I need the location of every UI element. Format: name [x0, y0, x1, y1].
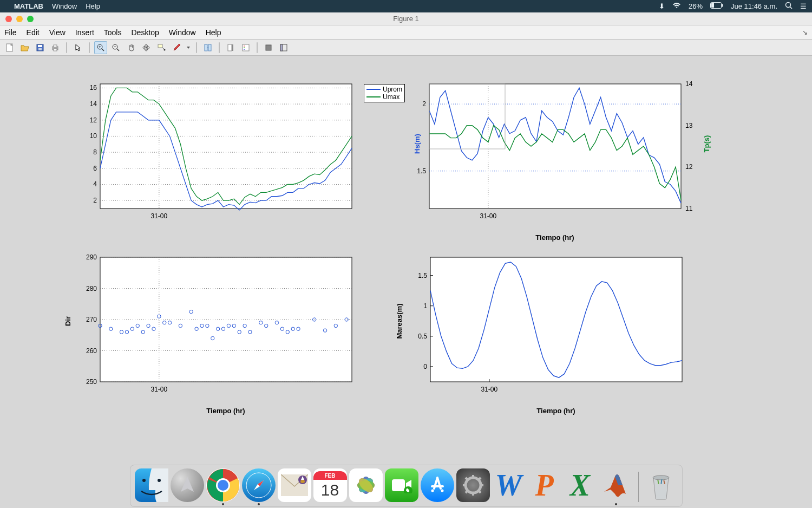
svg-line-154 [466, 478, 468, 480]
dock-app-calendar[interactable]: FEB 18 [313, 468, 347, 502]
menu-overflow-icon[interactable]: ↘ [802, 29, 808, 36]
menu-tools[interactable]: Tools [104, 28, 122, 37]
pan-icon[interactable] [125, 41, 137, 54]
menu-window[interactable]: Window [169, 28, 196, 37]
svg-text:31-00: 31-00 [150, 212, 167, 220]
xlabel-waves: Tiempo (hr) [535, 233, 574, 242]
xlabel-dir: Tiempo (hr) [206, 407, 245, 415]
subplot-tide[interactable]: 00.511.5 31-00 Tiempo (hr) Mareas(m) [390, 251, 715, 419]
figure-canvas[interactable]: 246810121416 31-00 Uprom Umax 1.52 11121… [0, 56, 812, 462]
clock[interactable]: Jue 11:46 a.m. [731, 2, 777, 10]
svg-text:1: 1 [423, 302, 427, 310]
dock-app-photos[interactable] [349, 468, 383, 502]
zoom-out-icon[interactable] [109, 41, 122, 54]
new-figure-icon[interactable] [3, 41, 16, 54]
dock-app-excel[interactable]: X [564, 468, 597, 502]
dock-app-finder[interactable] [135, 468, 168, 502]
dropdown-arrow-icon[interactable] [185, 41, 192, 54]
subplot-waves[interactable]: 1.52 11121314 31-00 Tiempo (hr) [411, 77, 715, 245]
battery-percent: 26% [689, 2, 703, 10]
svg-line-13 [102, 49, 104, 51]
svg-rect-22 [158, 44, 162, 48]
svg-text:12: 12 [90, 116, 97, 124]
svg-rect-30 [243, 44, 249, 51]
figure-toolbar [0, 40, 812, 56]
svg-rect-11 [54, 49, 57, 51]
toolbar-separator [196, 42, 197, 53]
svg-rect-117 [430, 257, 682, 382]
dock-app-matlab[interactable] [599, 468, 633, 502]
dock-app-settings[interactable] [456, 468, 490, 502]
brush-icon[interactable] [170, 41, 183, 54]
dock-app-chrome[interactable] [206, 468, 240, 502]
svg-line-17 [117, 49, 119, 51]
menu-desktop[interactable]: Desktop [131, 28, 159, 37]
menu-file[interactable]: File [4, 28, 17, 37]
wifi-icon[interactable] [672, 2, 681, 10]
dock-app-safari[interactable] [242, 468, 276, 502]
dock-app-facetime[interactable] [385, 468, 418, 502]
svg-rect-28 [228, 44, 232, 51]
rotate3d-icon[interactable] [140, 41, 153, 54]
zoom-in-icon[interactable] [94, 41, 107, 54]
svg-text:4: 4 [93, 180, 97, 188]
spotlight-icon[interactable] [785, 2, 793, 11]
svg-text:31-00: 31-00 [150, 386, 167, 393]
close-window-button[interactable] [5, 16, 12, 22]
menu-insert[interactable]: Insert [75, 28, 94, 37]
legend-icon[interactable] [239, 41, 252, 54]
legend-windspeed[interactable]: Uprom Umax [364, 84, 405, 102]
svg-text:1.5: 1.5 [417, 167, 426, 175]
figure-menubar: File Edit View Insert Tools Desktop Wind… [0, 25, 812, 40]
print-icon[interactable] [49, 41, 62, 54]
svg-text:6: 6 [93, 165, 97, 172]
svg-text:0.5: 0.5 [418, 333, 427, 340]
open-icon[interactable] [18, 41, 31, 54]
svg-text:31-00: 31-00 [481, 386, 497, 393]
svg-rect-8 [38, 48, 42, 50]
menu-view[interactable]: View [49, 28, 66, 37]
dock-app-powerpoint[interactable]: P [528, 468, 561, 502]
dock-app-launchpad[interactable] [171, 468, 204, 502]
svg-rect-36 [280, 44, 283, 51]
menubar-app-name[interactable]: MATLAB [14, 2, 43, 10]
svg-point-128 [142, 479, 146, 482]
dock-trash[interactable] [644, 468, 678, 502]
pointer-icon[interactable] [71, 41, 84, 54]
svg-point-149 [466, 478, 481, 493]
svg-text:14: 14 [685, 80, 693, 88]
svg-rect-10 [54, 45, 57, 47]
svg-text:290: 290 [86, 253, 97, 261]
ylabel-dir: Dir [64, 316, 72, 326]
minimize-window-button[interactable] [16, 16, 23, 22]
dock-app-appstore[interactable] [421, 468, 454, 502]
window-titlebar: Figure 1 [0, 12, 812, 25]
dock-app-mail[interactable] [278, 468, 311, 502]
link-axes-icon[interactable] [201, 41, 214, 54]
data-cursor-icon[interactable] [155, 41, 168, 54]
svg-text:250: 250 [86, 378, 97, 386]
subplot-windspeed[interactable]: 246810121416 31-00 [65, 77, 368, 235]
menu-help[interactable]: Help [206, 28, 221, 37]
hide-tools-icon[interactable] [262, 41, 275, 54]
dropbox-icon[interactable]: ⬇ [659, 2, 665, 10]
save-icon[interactable] [34, 41, 47, 54]
maximize-window-button[interactable] [27, 16, 34, 22]
svg-text:2: 2 [93, 197, 97, 204]
menu-edit[interactable]: Edit [27, 28, 40, 37]
toolbar-separator [257, 42, 258, 53]
colorbar-icon[interactable] [224, 41, 237, 54]
menubar-item-window[interactable]: Window [52, 2, 77, 10]
svg-point-129 [158, 479, 161, 482]
svg-line-156 [479, 478, 481, 480]
subplot-direction[interactable]: 250260270280290 31-00 Tiempo (hr) Dir [54, 251, 368, 419]
dock[interactable]: FEB 18 W P X [130, 465, 683, 507]
calendar-day: 18 [321, 481, 339, 499]
dock-app-word[interactable]: W [492, 468, 526, 502]
dock-icon[interactable] [277, 41, 290, 54]
battery-icon[interactable] [710, 2, 723, 10]
svg-point-3 [786, 3, 791, 8]
menubar-item-help[interactable]: Help [86, 2, 100, 10]
control-center-icon[interactable]: ☰ [800, 2, 807, 10]
svg-rect-2 [711, 3, 714, 8]
